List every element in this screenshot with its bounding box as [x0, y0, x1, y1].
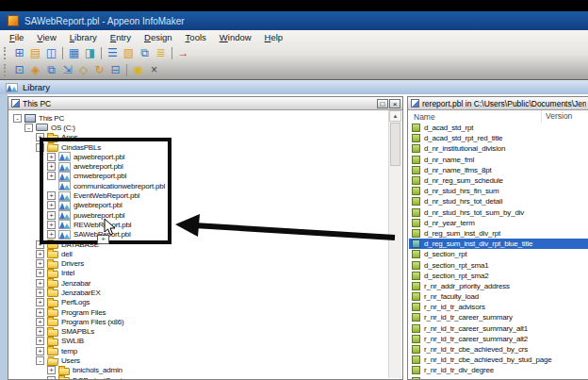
delete-entry-icon[interactable]: ◇: [75, 62, 91, 77]
expand-icon[interactable]: +: [36, 259, 44, 268]
tree-row[interactable]: -Users: [9, 355, 388, 365]
list-item[interactable]: d_acad_std_rpt: [409, 123, 588, 133]
copy-entry-icon[interactable]: ⧉: [43, 62, 59, 77]
close-button[interactable]: ×: [389, 99, 400, 108]
list-view-icon[interactable]: ☰: [105, 45, 121, 60]
menu-entry[interactable]: Entry: [104, 31, 138, 43]
tree-row[interactable]: +SMAPBLs: [9, 327, 388, 337]
list-item[interactable]: d_nr_year_term: [409, 218, 588, 228]
scroll-thumb[interactable]: [390, 123, 400, 166]
expand-icon[interactable]: +: [36, 250, 44, 258]
expand-icon[interactable]: +: [47, 376, 56, 379]
tree-row[interactable]: +PerfLogs: [9, 298, 388, 307]
expand-icon[interactable]: +: [36, 269, 44, 277]
list-item[interactable]: r_nr_addr_priority_address: [409, 281, 588, 291]
export-icon[interactable]: ⊟: [107, 62, 123, 77]
list-item[interactable]: d_nr_name_fml: [409, 155, 588, 165]
expand-icon[interactable]: +: [36, 337, 44, 345]
list-item[interactable]: d_nr_stud_hrs_tot_sum_by_div: [409, 207, 588, 218]
regenerate-icon[interactable]: ↻: [91, 62, 107, 77]
copy-icon[interactable]: ⧉: [137, 45, 153, 60]
menu-file[interactable]: File: [3, 31, 30, 43]
tree-row[interactable]: +bnichols_admin: [9, 366, 388, 375]
list-item[interactable]: r_nr_id_tr_career_summary: [409, 312, 588, 322]
list-item[interactable]: d_section_rpt: [409, 249, 588, 259]
menu-library[interactable]: Library: [63, 31, 104, 43]
preview-icon[interactable]: ▧: [121, 45, 137, 60]
tree-row[interactable]: +JenzabarEX: [9, 288, 388, 297]
tree-row[interactable]: +Drivers: [9, 258, 388, 268]
expand-icon[interactable]: +: [36, 347, 44, 355]
list-item[interactable]: r_nr_id_tr_div_degree: [409, 365, 588, 375]
list-item[interactable]: d_section_rpt_sma1: [409, 259, 588, 270]
tree-row[interactable]: +temp: [9, 346, 388, 355]
list-item[interactable]: r_nr_id_tr_advisors: [409, 302, 588, 312]
tree-row[interactable]: -This PC: [9, 113, 388, 123]
search-icon[interactable]: ◉: [130, 62, 146, 77]
list-item[interactable]: r_nr_id_tr_cbe_achieved_by_crs: [409, 344, 588, 355]
tree-row[interactable]: +Program Files: [9, 307, 388, 317]
tree-row[interactable]: +DCProtectService: [9, 375, 388, 379]
library-painter-icon[interactable]: ◫: [43, 45, 59, 60]
collapse-icon[interactable]: -: [24, 124, 33, 132]
titlebar[interactable]: SAWebReport.pbl - Appeon InfoMaker: [0, 11, 588, 30]
list-label: d_nr_stud_hrs_tot_sum_by_div: [424, 208, 524, 217]
list-item[interactable]: d_reg_sum_inst_div_rpt_blue_title: [409, 239, 588, 249]
list-item[interactable]: d_acad_std_rpt_red_title: [409, 133, 588, 143]
database-icon[interactable]: ≣: [153, 45, 169, 60]
tree-scrollbar[interactable]: ▲: [388, 110, 401, 378]
list-item[interactable]: r_nr_id_tr_div_degree_cert: [409, 376, 588, 380]
list-item[interactable]: d_section_rpt_sma2: [409, 271, 588, 281]
image-painter-icon[interactable]: ◨: [82, 45, 98, 60]
list-label: d_nr_stud_hrs_fin_sum: [424, 187, 498, 195]
collapse-icon[interactable]: -: [36, 356, 44, 365]
report-icon: [412, 282, 420, 290]
close-icon[interactable]: ×: [146, 62, 162, 77]
list-item[interactable]: d_nr_stud_hrs_tot_detail: [409, 196, 588, 207]
list-item[interactable]: r_nr_id_tr_career_summary_alt1: [409, 323, 588, 334]
move-entry-icon[interactable]: ⇲: [59, 62, 75, 77]
tree-row[interactable]: +Jenzabar: [9, 278, 388, 288]
tree-row[interactable]: +Program Files (x86): [9, 317, 388, 326]
list-item[interactable]: d_reg_sum_inst_div_rpt: [409, 228, 588, 239]
open-library-icon[interactable]: ▤: [27, 45, 43, 60]
tree-row[interactable]: +Intel: [9, 269, 388, 278]
scroll-up-icon[interactable]: ▲: [389, 110, 401, 122]
tree-row[interactable]: -OS (C:): [9, 123, 388, 132]
certify-icon[interactable]: ◈: [27, 62, 43, 77]
menu-view[interactable]: View: [30, 31, 62, 43]
list-item[interactable]: d_nr_name_lfms_8pt: [409, 165, 588, 175]
report-painter-icon[interactable]: ▦: [66, 45, 82, 60]
list-item[interactable]: r_nr_id_tr_cbe_achieved_by_stud_page: [409, 355, 588, 365]
maximize-button[interactable]: □: [377, 99, 388, 108]
tree-row[interactable]: +dell: [9, 249, 388, 258]
listview-titlebar[interactable]: rereport.pbl in C:\Users\Public\Document…: [408, 97, 588, 110]
library-sheet-caption[interactable]: Library: [0, 79, 588, 94]
column-header-name[interactable]: Name: [408, 112, 435, 122]
exit-icon[interactable]: →: [175, 45, 191, 60]
toolbar-separator: [101, 47, 102, 59]
tree-row[interactable]: +SWLIB: [9, 337, 388, 346]
treeview-titlebar[interactable]: This PC □ ×: [8, 97, 402, 110]
list-label: r_nr_id_tr_career_summary_alt1: [424, 324, 528, 333]
menu-tools[interactable]: Tools: [179, 31, 213, 43]
select-all-icon[interactable]: ⊡: [11, 62, 27, 77]
column-header-version[interactable]: Version: [541, 110, 572, 123]
new-library-icon[interactable]: ⊞: [11, 45, 27, 60]
list-item[interactable]: r_nr_faculty_load: [409, 291, 588, 302]
expand-icon[interactable]: +: [36, 279, 44, 288]
expand-icon[interactable]: +: [36, 289, 44, 297]
expand-icon[interactable]: +: [47, 366, 56, 374]
collapse-icon[interactable]: -: [13, 114, 22, 123]
expand-icon[interactable]: +: [36, 327, 44, 336]
menu-window[interactable]: Window: [213, 31, 258, 43]
list-item[interactable]: d_nr_institutional_division: [409, 143, 588, 154]
list-item[interactable]: d_nr_stud_hrs_fin_sum: [409, 186, 588, 196]
list-item[interactable]: r_nr_id_tr_career_summary_alt2: [409, 334, 588, 344]
menu-help[interactable]: Help: [258, 31, 290, 43]
menu-design[interactable]: Design: [138, 31, 179, 43]
expand-icon[interactable]: +: [36, 308, 44, 317]
list-item[interactable]: d_nr_reg_sum_schedule: [409, 175, 588, 186]
expand-icon[interactable]: +: [36, 318, 44, 326]
expand-icon[interactable]: +: [36, 298, 44, 306]
